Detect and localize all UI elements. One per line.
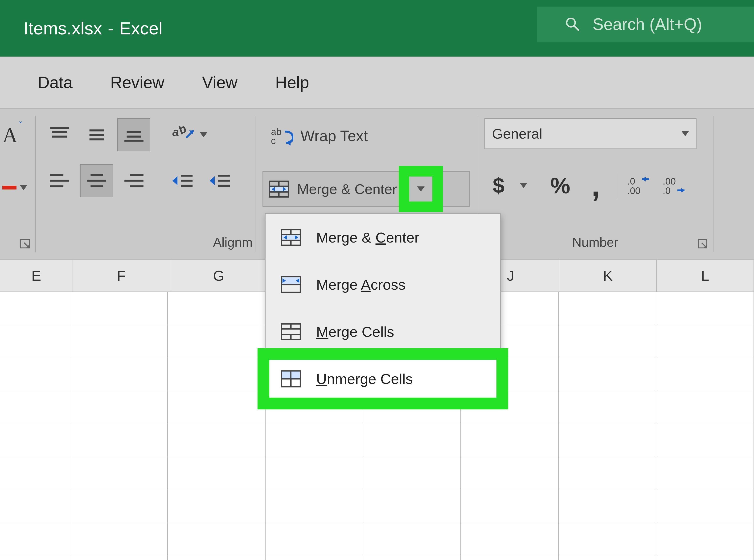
number-format-select[interactable]: General: [485, 118, 696, 149]
accounting-format-button[interactable]: $: [485, 171, 513, 200]
merge-dropdown-menu: Merge & Center Merge Across Merge Cells …: [265, 213, 501, 403]
merge-center-icon: [268, 180, 290, 199]
font-dialog-launcher[interactable]: [20, 239, 31, 250]
shrink-font-caret-icon[interactable]: ˇ: [19, 120, 22, 130]
wrap-text-button[interactable]: Wrap Text: [263, 118, 470, 154]
merge-cells-icon: [280, 322, 302, 341]
merge-across-icon: [280, 275, 302, 294]
align-center-icon: [85, 172, 108, 189]
number-format-value: General: [492, 126, 542, 142]
tab-help[interactable]: Help: [275, 73, 309, 92]
chevron-down-icon: [681, 131, 689, 136]
title-app: Excel: [119, 18, 162, 38]
align-left-button[interactable]: [43, 164, 76, 197]
align-bottom-button[interactable]: [117, 118, 150, 151]
title-dash: -: [108, 18, 114, 38]
tab-review[interactable]: Review: [110, 73, 164, 92]
number-group-label: Number: [477, 235, 713, 250]
merge-center-label: Merge & Center: [297, 181, 397, 197]
align-top-button[interactable]: [43, 118, 76, 151]
search-icon: [564, 16, 581, 33]
orientation-icon: [172, 125, 194, 144]
chevron-down-icon: [417, 186, 425, 192]
increase-indent-button[interactable]: [203, 164, 236, 197]
decrease-indent-icon: [171, 172, 194, 189]
align-middle-button[interactable]: [80, 118, 113, 151]
col-header[interactable]: G: [170, 260, 268, 292]
window-title: Items.xlsx - Excel: [24, 18, 163, 38]
orientation-button[interactable]: [166, 118, 213, 151]
decrease-decimal-button[interactable]: [660, 171, 688, 200]
chevron-down-icon[interactable]: [520, 183, 527, 188]
decrease-indent-button[interactable]: [166, 164, 199, 197]
increase-decimal-button[interactable]: [625, 171, 653, 200]
wrap-text-icon: [271, 126, 293, 146]
align-left-icon: [48, 172, 71, 189]
dialog-launcher-icon: [697, 239, 709, 250]
merge-center-split-button[interactable]: Merge & Center: [263, 171, 470, 207]
search-box[interactable]: Search (Alt+Q): [537, 6, 754, 42]
align-bottom-icon: [123, 125, 145, 144]
col-header[interactable]: K: [559, 260, 657, 292]
menu-merge-cells[interactable]: Merge Cells: [266, 308, 500, 355]
chevron-down-icon[interactable]: [200, 132, 207, 137]
decrease-decimal-icon: [662, 176, 686, 196]
percent-format-button[interactable]: %: [546, 171, 574, 200]
merge-center-dropdown-button[interactable]: [404, 172, 437, 206]
menu-item-label: Merge & Center: [316, 229, 420, 246]
menu-item-label: Unmerge Cells: [316, 371, 413, 387]
align-right-button[interactable]: [117, 164, 150, 197]
align-middle-icon: [85, 125, 108, 144]
increase-indent-icon: [208, 172, 231, 189]
titlebar: Items.xlsx - Excel Search (Alt+Q): [0, 0, 754, 57]
wrap-text-label: Wrap Text: [301, 127, 368, 145]
merge-center-icon: [280, 228, 302, 247]
menu-item-label: Merge Across: [316, 276, 406, 293]
align-right-icon: [123, 172, 145, 189]
font-size-fragment: A ˇ: [2, 118, 33, 190]
align-top-icon: [48, 125, 71, 144]
tab-data[interactable]: Data: [38, 73, 73, 92]
dialog-launcher-icon: [20, 239, 31, 250]
font-size-letter[interactable]: A: [2, 123, 18, 147]
unmerge-cells-icon: [280, 369, 302, 388]
menu-merge-and-center[interactable]: Merge & Center: [266, 214, 500, 261]
tab-view[interactable]: View: [202, 73, 237, 92]
col-header[interactable]: F: [73, 260, 170, 292]
menu-item-label: Merge Cells: [316, 323, 394, 340]
search-placeholder: Search (Alt+Q): [593, 15, 702, 34]
comma-format-button[interactable]: ,: [582, 171, 610, 200]
merge-center-button[interactable]: Merge & Center: [263, 172, 404, 206]
chevron-down-icon[interactable]: [20, 185, 27, 190]
col-header[interactable]: L: [657, 260, 754, 292]
alignment-group-label: Alignm: [36, 235, 255, 250]
font-color-swatch-icon: [2, 186, 17, 189]
align-center-button[interactable]: [80, 164, 113, 197]
increase-decimal-icon: [627, 176, 650, 196]
title-filename: Items.xlsx: [24, 18, 102, 38]
menu-merge-across[interactable]: Merge Across: [266, 261, 500, 308]
number-dialog-launcher[interactable]: [697, 239, 709, 250]
col-header[interactable]: E: [0, 260, 73, 292]
menu-unmerge-cells[interactable]: Unmerge Cells: [266, 355, 500, 402]
font-color-split[interactable]: [2, 185, 33, 190]
ribbon-tabs: Data Review View Help: [0, 57, 754, 108]
